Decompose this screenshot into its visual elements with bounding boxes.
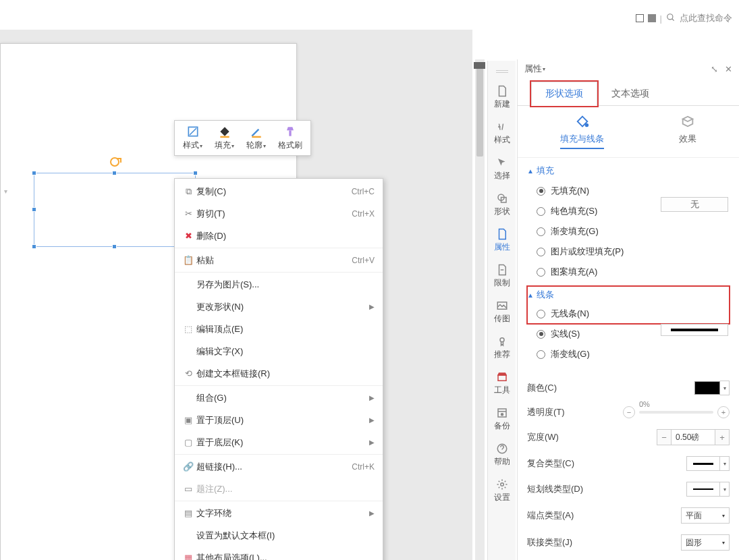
svg-point-14	[585, 124, 588, 127]
line-none-radio[interactable]: 无线条(N)	[527, 304, 730, 324]
svg-rect-4	[252, 136, 261, 138]
cut-icon: ✂	[180, 208, 196, 219]
increase-button[interactable]: +	[715, 429, 730, 445]
menu-to-front[interactable]: ▣置于顶层(U)▶	[175, 409, 383, 431]
close-icon[interactable]: ✕	[725, 64, 732, 74]
rotate-handle[interactable]	[110, 157, 119, 167]
resize-handle[interactable]	[193, 171, 198, 175]
selected-shape[interactable]	[34, 173, 196, 247]
menu-save-as-pic[interactable]: 另存为图片(S)...	[175, 273, 383, 296]
layout-fill-icon[interactable]	[648, 14, 656, 22]
mini-toolbar: 样式▾ 填充▾ 轮廓▾ 格式刷	[174, 120, 311, 156]
menu-group[interactable]: 组合(G)▶	[175, 387, 383, 409]
width-value[interactable]: 0.50磅	[672, 429, 715, 445]
vitem-new[interactable]: 新建	[488, 82, 516, 113]
vitem-help[interactable]: 帮助	[488, 440, 516, 470]
fill-pattern-radio[interactable]: 图案填充(A)	[527, 262, 730, 282]
prop-join: 联接类型(J) 圆形▾	[518, 529, 739, 556]
color-picker[interactable]: ▾	[694, 381, 730, 395]
layout-icon: ▦	[180, 553, 196, 560]
vitem-image[interactable]: 传图	[488, 297, 516, 327]
decrease-button[interactable]: −	[657, 429, 672, 445]
cap-select[interactable]: 平面▾	[681, 507, 730, 524]
resize-handle[interactable]	[32, 207, 36, 212]
resize-handle[interactable]	[112, 244, 117, 249]
transparency-slider[interactable]: − 0% +	[623, 406, 730, 418]
tab-text-options[interactable]: 文本选项	[597, 82, 663, 106]
decrease-button[interactable]: −	[623, 406, 635, 418]
panel-toggle[interactable]	[474, 62, 485, 69]
effect-icon	[680, 114, 695, 129]
format-painter-button[interactable]: 格式刷	[273, 123, 308, 152]
menu-edit-text[interactable]: 编辑文字(X)	[175, 340, 383, 362]
vitem-select[interactable]: 选择	[488, 154, 516, 184]
subtab-fill-line[interactable]: 填充与线条	[560, 114, 604, 149]
document-canvas[interactable]: 样式▾ 填充▾ 轮廓▾ 格式刷 ⧉复制(C)Ctrl+C ✂剪切(T)Ctrl+…	[0, 30, 472, 560]
vitem-limit[interactable]: 限制	[488, 261, 516, 291]
fill-button[interactable]: 填充▾	[209, 123, 240, 152]
to-front-icon: ▣	[180, 415, 196, 425]
restore-icon[interactable]: ⤡	[711, 64, 718, 74]
command-search[interactable]: | 点此查找命令	[636, 12, 732, 24]
layout-icon[interactable]	[636, 14, 644, 22]
vitem-style[interactable]: 样式	[488, 118, 516, 148]
vitem-backup[interactable]: 备份	[488, 404, 516, 435]
vitem-shape[interactable]: 形状	[488, 190, 516, 220]
menu-to-back[interactable]: ▢置于底层(K)▶	[175, 431, 383, 453]
section-fill-header[interactable]: ▲填充	[527, 162, 730, 179]
style-button[interactable]: 样式▾	[177, 123, 208, 152]
search-placeholder: 点此查找命令	[680, 12, 732, 24]
prop-width: 宽度(W) − 0.50磅 +	[518, 424, 739, 451]
fill-none-button[interactable]: 无	[661, 197, 728, 212]
prop-compound: 复合类型(C) ▾	[518, 451, 739, 476]
join-select[interactable]: 圆形▾	[681, 534, 730, 551]
to-back-icon: ▢	[180, 437, 196, 447]
vitem-recommend[interactable]: 推荐	[488, 333, 516, 363]
gutter-caret-icon[interactable]: ▾	[4, 188, 7, 195]
line-gradient-radio[interactable]: 渐变线(G)	[527, 344, 730, 364]
drag-handle[interactable]	[496, 70, 508, 73]
menu-copy[interactable]: ⧉复制(C)Ctrl+C	[175, 180, 383, 202]
increase-button[interactable]: +	[717, 406, 730, 418]
dash-select[interactable]: ▾	[686, 482, 730, 497]
copy-icon: ⧉	[180, 186, 196, 197]
menu-text-wrap[interactable]: ▤文字环绕▶	[175, 502, 383, 524]
tab-shape-options[interactable]: 形状选项	[531, 82, 597, 106]
menu-create-textbox-link[interactable]: ⟲创建文本框链接(R)	[175, 362, 383, 385]
vitem-tools[interactable]: 工具	[488, 368, 516, 399]
resize-handle[interactable]	[32, 244, 36, 249]
svg-rect-5	[289, 130, 291, 136]
svg-point-9	[500, 338, 504, 342]
menu-change-shape[interactable]: 更改形状(N)▶	[175, 296, 383, 318]
line-preview[interactable]	[661, 324, 728, 336]
subtab-effect[interactable]: 效果	[679, 114, 696, 149]
menu-hyperlink[interactable]: 🔗超链接(H)...Ctrl+K	[175, 455, 383, 478]
comment-icon: ▭	[180, 484, 196, 494]
menu-default-textbox[interactable]: 设置为默认文本框(I)	[175, 524, 383, 547]
resize-handle[interactable]	[32, 171, 36, 175]
svg-line-1	[672, 18, 674, 20]
vitem-property[interactable]: 属性	[488, 225, 516, 256]
compound-select[interactable]: ▾	[686, 456, 730, 471]
edit-points-icon: ⬚	[180, 324, 196, 334]
section-line-header[interactable]: ▲线条	[527, 286, 730, 304]
menu-cut[interactable]: ✂剪切(T)Ctrl+X	[175, 202, 383, 225]
menu-delete[interactable]: ✖删除(D)	[175, 225, 383, 247]
prop-cap: 端点类型(A) 平面▾	[518, 502, 739, 529]
prop-transparency: 透明度(T) − 0% +	[518, 401, 739, 424]
menu-other-layout[interactable]: ▦其他布局选项(L)...	[175, 547, 383, 560]
resize-handle[interactable]	[112, 171, 117, 175]
menu-paste[interactable]: 📋粘贴Ctrl+V	[175, 249, 383, 271]
vitem-settings[interactable]: 设置	[488, 476, 516, 506]
bucket-icon	[575, 114, 590, 129]
outline-button[interactable]: 轮廓▾	[241, 123, 271, 152]
menu-edit-points[interactable]: ⬚编辑顶点(E)	[175, 318, 383, 340]
svg-point-11	[501, 414, 503, 416]
width-stepper[interactable]: − 0.50磅 +	[657, 429, 730, 445]
svg-point-0	[667, 13, 673, 19]
prop-arrow-begin: 前端箭头(E) ▾▾	[518, 556, 739, 560]
fill-gradient-radio[interactable]: 渐变填充(G)	[527, 221, 730, 242]
fill-picture-radio[interactable]: 图片或纹理填充(P)	[527, 242, 730, 262]
scrollbar-thumb[interactable]	[476, 62, 483, 157]
vertical-scrollbar[interactable]	[475, 59, 485, 560]
